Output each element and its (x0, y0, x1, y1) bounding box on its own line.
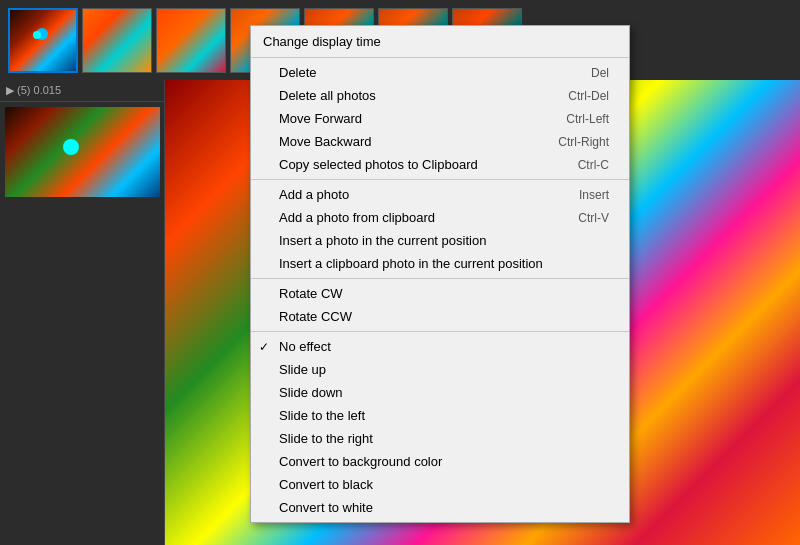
menu-label-insert-clipboard-current: Insert a clipboard photo in the current … (279, 256, 609, 271)
menu-item-copy-clipboard[interactable]: Copy selected photos to Clipboard Ctrl-C (251, 153, 629, 176)
menu-shortcut-move-backward: Ctrl-Right (558, 135, 609, 149)
panel-thumbnail[interactable] (5, 107, 160, 197)
menu-label-slide-down: Slide down (279, 385, 609, 400)
panel-info: ▶ (5) 0.015 (0, 80, 164, 102)
left-panel: ▶ (5) 0.015 (0, 80, 165, 545)
menu-label-convert-white: Convert to white (279, 500, 609, 515)
thumbnail-3[interactable] (156, 8, 226, 73)
menu-label-move-backward: Move Backward (279, 134, 528, 149)
menu-item-rotate-cw[interactable]: Rotate CW (251, 282, 629, 305)
menu-item-add-clipboard[interactable]: Add a photo from clipboard Ctrl-V (251, 206, 629, 229)
menu-label-copy-clipboard: Copy selected photos to Clipboard (279, 157, 548, 172)
thumbnail-2[interactable] (82, 8, 152, 73)
menu-separator-4 (251, 331, 629, 332)
menu-separator-2 (251, 179, 629, 180)
menu-item-no-effect[interactable]: ✓ No effect (251, 335, 629, 358)
menu-label-insert-current: Insert a photo in the current position (279, 233, 609, 248)
menu-item-change-display-time[interactable]: Change display time (251, 29, 629, 54)
menu-separator-1 (251, 57, 629, 58)
menu-item-delete[interactable]: Delete Del (251, 61, 629, 84)
menu-label-add-photo: Add a photo (279, 187, 549, 202)
menu-label-slide-left: Slide to the left (279, 408, 609, 423)
menu-shortcut-add-clipboard: Ctrl-V (578, 211, 609, 225)
menu-item-slide-up[interactable]: Slide up (251, 358, 629, 381)
checkmark-no-effect: ✓ (259, 340, 269, 354)
menu-item-convert-bg[interactable]: Convert to background color (251, 450, 629, 473)
menu-label-convert-black: Convert to black (279, 477, 609, 492)
menu-item-convert-black[interactable]: Convert to black (251, 473, 629, 496)
menu-item-move-backward[interactable]: Move Backward Ctrl-Right (251, 130, 629, 153)
menu-item-slide-right[interactable]: Slide to the right (251, 427, 629, 450)
thumbnail-1[interactable] (8, 8, 78, 73)
menu-shortcut-add-photo: Insert (579, 188, 609, 202)
menu-separator-3 (251, 278, 629, 279)
menu-label-convert-bg: Convert to background color (279, 454, 609, 469)
menu-label-add-clipboard: Add a photo from clipboard (279, 210, 548, 225)
menu-shortcut-delete: Del (591, 66, 609, 80)
menu-label-no-effect: No effect (279, 339, 609, 354)
menu-item-insert-clipboard-current[interactable]: Insert a clipboard photo in the current … (251, 252, 629, 275)
menu-item-convert-white[interactable]: Convert to white (251, 496, 629, 519)
menu-label-rotate-ccw: Rotate CCW (279, 309, 609, 324)
menu-label-slide-up: Slide up (279, 362, 609, 377)
menu-label-rotate-cw: Rotate CW (279, 286, 609, 301)
panel-info-text: (5) 0.015 (17, 84, 61, 96)
menu-label-slide-right: Slide to the right (279, 431, 609, 446)
menu-shortcut-move-forward: Ctrl-Left (566, 112, 609, 126)
menu-item-rotate-ccw[interactable]: Rotate CCW (251, 305, 629, 328)
menu-label-change-display-time: Change display time (263, 34, 609, 49)
menu-item-slide-down[interactable]: Slide down (251, 381, 629, 404)
menu-item-slide-left[interactable]: Slide to the left (251, 404, 629, 427)
menu-item-move-forward[interactable]: Move Forward Ctrl-Left (251, 107, 629, 130)
menu-item-add-photo[interactable]: Add a photo Insert (251, 183, 629, 206)
menu-item-insert-current[interactable]: Insert a photo in the current position (251, 229, 629, 252)
menu-shortcut-delete-all: Ctrl-Del (568, 89, 609, 103)
menu-label-delete: Delete (279, 65, 561, 80)
menu-label-move-forward: Move Forward (279, 111, 536, 126)
menu-item-delete-all[interactable]: Delete all photos Ctrl-Del (251, 84, 629, 107)
menu-label-delete-all: Delete all photos (279, 88, 538, 103)
menu-shortcut-copy-clipboard: Ctrl-C (578, 158, 609, 172)
context-menu: Change display time Delete Del Delete al… (250, 25, 630, 523)
